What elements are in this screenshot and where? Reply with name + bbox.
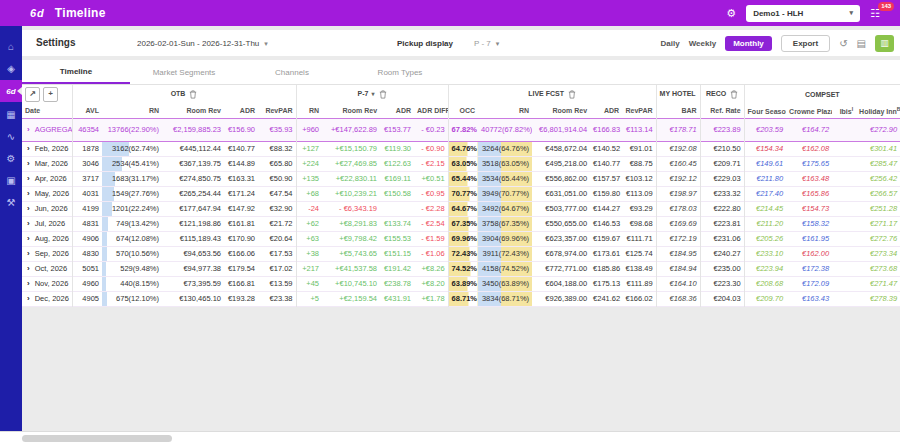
crowne-plaza-cell: €154.73 [786, 201, 832, 216]
sidebar-item-insights[interactable]: ◈ [0, 58, 22, 78]
ibis-cell [832, 141, 856, 156]
delete-icon[interactable] [730, 90, 738, 99]
col-fcst-revpar: RevPAR [622, 103, 656, 118]
p7-adr-diff-cell: +€1.78 [414, 291, 448, 306]
ref-rate-cell: €209.71 [700, 156, 744, 171]
date-range-selector[interactable]: 2026-02-01-Sun - 2026-12-31-Thu▾ [137, 39, 268, 48]
row-date-label: Feb, 2026 [35, 144, 69, 153]
row-expand-chevron[interactable]: › [27, 219, 30, 228]
p7-adr-diff-cell: +€8.20 [414, 276, 448, 291]
tab-timeline[interactable]: Timeline [22, 60, 130, 84]
gem-icon: ◈ [7, 63, 15, 74]
otb-rn-cell: 674(12.08%) [102, 231, 162, 246]
fcst-adr-cell: €241.62 [590, 291, 622, 306]
p7-adr-cell: €119.30 [380, 141, 414, 156]
view-weekly-button[interactable]: Weekly [689, 39, 716, 48]
sidebar-item-settings[interactable]: ⚙ [0, 148, 22, 168]
column-settings-button[interactable]: ▥ [875, 35, 894, 52]
otb-rn-cell: 1683(31.17%) [102, 171, 162, 186]
otb-revpar-cell: €65.80 [258, 156, 296, 171]
delete-icon[interactable] [189, 90, 197, 99]
chevron-down-icon: ▾ [496, 40, 500, 47]
ibis-cell [832, 186, 856, 201]
date-cell: ›Feb, 2026 [22, 141, 72, 156]
fcst-rn-cell: 3450(63.89%) [478, 276, 532, 291]
group-my-hotel-label: MY HOTEL [660, 90, 696, 97]
expand-all-button[interactable]: ↗ [25, 87, 40, 102]
sidebar-item-planning[interactable]: ▦ [0, 104, 22, 124]
col-p7-adr: ADR [380, 103, 414, 118]
row-expand-chevron[interactable]: › [27, 204, 30, 213]
fcst-adr-cell: €140.52 [590, 141, 622, 156]
row-date-label: Jun, 2026 [35, 204, 68, 213]
fcst-revpar-cell: €113.09 [622, 186, 656, 201]
bar-cell: €192.08 [656, 141, 700, 156]
fcst-revpar-cell: €88.75 [622, 156, 656, 171]
export-button[interactable]: Export [781, 35, 830, 52]
notifications-icon[interactable]: ☷143 [870, 7, 880, 20]
pickup-display-selector[interactable]: P - 7▾ [474, 39, 499, 48]
row-expand-chevron[interactable]: › [27, 294, 30, 303]
view-monthly-button[interactable]: Monthly [725, 36, 772, 51]
sidebar-item-reports[interactable]: ▣ [0, 170, 22, 190]
sidebar-item-timeline-active[interactable]: 6d [0, 80, 22, 102]
row-expand-chevron[interactable]: › [27, 189, 30, 198]
row-expand-chevron[interactable]: › [27, 144, 30, 153]
fcst-room-rev-cell: €458,672.04 [532, 141, 590, 156]
horizontal-scrollbar[interactable] [0, 431, 900, 445]
add-column-button[interactable]: + [43, 87, 58, 102]
fcst-rn-cell: 3264(64.76%) [478, 141, 532, 156]
row-date-label: Dec, 2026 [35, 294, 69, 303]
tab-channels[interactable]: Channels [238, 60, 346, 84]
table-view-icon[interactable]: ▤ [857, 38, 866, 49]
row-expand-chevron[interactable]: › [27, 249, 30, 258]
fcst-revpar-cell: €125.74 [622, 246, 656, 261]
bar-cell: €172.19 [656, 231, 700, 246]
display-settings-icon[interactable]: ⚙ [726, 8, 736, 19]
row-expand-chevron[interactable]: › [27, 159, 30, 168]
date-cell: ›May, 2026 [22, 186, 72, 201]
sidebar-item-analytics[interactable]: ∿ [0, 126, 22, 146]
row-expand-chevron[interactable]: › [27, 264, 30, 273]
top-bar: 6d Timeline ⚙ Demo1 - HLH ▾ ☷143 [0, 0, 900, 26]
row-expand-chevron[interactable]: › [27, 234, 30, 243]
sidebar-item-tools[interactable]: ⚒ [0, 192, 22, 212]
group-live-fcst: LIVE FCST [448, 85, 656, 103]
month-row: ›Nov, 20264960440(8.15%)€73,395.59€166.8… [22, 276, 900, 291]
chevron-down-icon[interactable]: ▾ [372, 91, 375, 97]
sidebar-item-home[interactable]: ⌂ [0, 36, 22, 56]
page-title: Timeline [55, 6, 106, 20]
occ-cell: 63.05% [448, 156, 478, 171]
tab-market-segments[interactable]: Market Segments [130, 60, 238, 84]
delete-icon[interactable] [568, 90, 576, 99]
tab-room-types[interactable]: Room Types [346, 60, 454, 84]
notification-badge: 143 [878, 2, 894, 11]
avl-cell: 4830 [72, 246, 102, 261]
timeline-logo-icon: 6d [6, 87, 15, 96]
occ-cell: 64.76% [448, 141, 478, 156]
p7-rn-cell: +62 [296, 216, 322, 231]
row-expand-chevron[interactable]: › [27, 125, 30, 134]
sidebar: ⌂ ◈ 6d ▦ ∿ ⚙ ▣ ⚒ [0, 26, 22, 432]
fcst-adr-cell: €140.77 [590, 156, 622, 171]
otb-room-rev-cell: €115,189.43 [162, 231, 224, 246]
delete-icon[interactable] [379, 90, 387, 99]
row-expand-chevron[interactable]: › [27, 279, 30, 288]
p7-room-rev-cell: - €6,343.19 [322, 201, 380, 216]
date-cell: ›Apr, 2026 [22, 171, 72, 186]
fcst-revpar-cell: €166.02 [622, 291, 656, 306]
p7-adr-diff-cell: - €0.23 [414, 118, 448, 141]
fcst-adr-cell: €175.13 [590, 276, 622, 291]
property-selector[interactable]: Demo1 - HLH ▾ [746, 5, 860, 22]
row-expand-chevron[interactable]: › [27, 174, 30, 183]
p7-room-rev-cell: +€10,745.10 [322, 276, 380, 291]
group-compset: COMPSET [744, 85, 900, 103]
scrollbar-thumb[interactable] [22, 435, 172, 442]
topbar-actions: ⚙ Demo1 - HLH ▾ ☷143 [726, 5, 888, 22]
view-daily-button[interactable]: Daily [661, 39, 680, 48]
p7-room-rev-cell: +€41,537.58 [322, 261, 380, 276]
row-date-label: Nov, 2026 [35, 279, 69, 288]
four-seasons-label: Four Seasons [748, 108, 787, 115]
refresh-icon[interactable]: ↺ [839, 38, 847, 49]
date-range-value: 2026-02-01-Sun - 2026-12-31-Thu [137, 39, 259, 48]
